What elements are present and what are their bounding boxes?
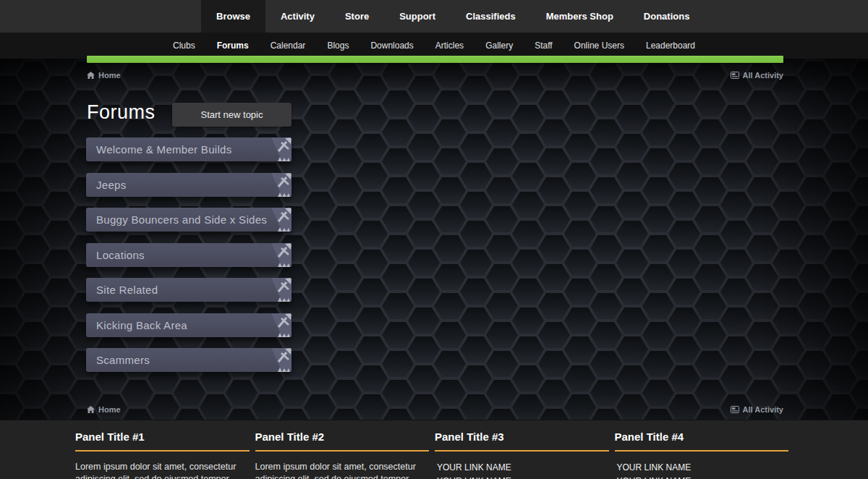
ad-banner-bar[interactable] [87, 56, 783, 63]
footer-link[interactable]: YOUR LINK NAME [615, 461, 789, 475]
hex-cell [434, 206, 466, 232]
hex-cell [330, 206, 362, 232]
hex-cell [590, 264, 622, 290]
hex-cell [746, 235, 778, 261]
hex-cell [512, 336, 544, 363]
hex-cell [851, 119, 868, 145]
nav-tab-classifieds[interactable]: Classifieds [451, 0, 531, 33]
subnav-forums[interactable]: Forums [206, 41, 260, 51]
nav-tab-members-shop[interactable]: Members Shop [531, 0, 629, 33]
category-welcome-member-builds[interactable]: Welcome & Member Builds [86, 137, 292, 161]
hex-cell [434, 235, 466, 261]
subnav-online-users[interactable]: Online Users [563, 41, 635, 51]
hex-cell [642, 264, 674, 290]
category-buggy-bouncers[interactable]: Buggy Bouncers and Side x Sides [86, 208, 292, 232]
subnav-articles[interactable]: Articles [425, 41, 475, 51]
breadcrumb-home-link[interactable]: Home [87, 71, 121, 80]
nav-tab-browse[interactable]: Browse [201, 0, 265, 33]
subnav-calendar[interactable]: Calendar [260, 41, 317, 51]
hex-cell [773, 250, 804, 276]
breadcrumb: Home All Activity [87, 69, 783, 81]
hex-cell [460, 336, 492, 363]
start-new-topic-button[interactable]: Start new topic [172, 103, 292, 127]
hex-cell [408, 250, 440, 276]
hex-cell [486, 264, 518, 290]
hex-cell [799, 90, 830, 116]
category-kicking-back-area[interactable]: Kicking Back Area [86, 313, 292, 337]
hex-cell [330, 322, 362, 348]
all-activity-link[interactable]: All Activity [731, 71, 783, 80]
hex-cell [825, 365, 856, 391]
hex-cell [382, 322, 414, 348]
hex-cell [356, 365, 388, 391]
hex-cell [642, 380, 674, 406]
hex-cell [486, 293, 518, 319]
footer-link[interactable]: YOUR LINK NAME [615, 475, 789, 479]
hex-cell [773, 365, 804, 391]
hex-cell [616, 279, 648, 305]
hex-cell [720, 336, 752, 363]
hex-cell [720, 365, 752, 391]
hex-cell [851, 351, 868, 377]
nav-tab-store[interactable]: Store [330, 0, 384, 33]
category-jeeps[interactable]: Jeeps [86, 173, 292, 197]
subnav-gallery[interactable]: Gallery [475, 41, 524, 51]
hex-cell [486, 177, 518, 203]
hex-cell [538, 351, 570, 377]
newspaper-icon [731, 72, 739, 79]
panel-title: Panel Title #4 [615, 430, 789, 444]
hex-cell [799, 119, 830, 145]
breadcrumb-bottom: Home All Activity [87, 404, 783, 415]
hex-cell [486, 351, 518, 377]
hex-cell [17, 235, 49, 261]
subnav-blogs[interactable]: Blogs [316, 41, 359, 51]
subnav-clubs[interactable]: Clubs [162, 41, 206, 51]
hex-cell [512, 221, 544, 247]
hex-cell [0, 394, 23, 420]
hex-cell [512, 163, 544, 189]
hex-cell [304, 279, 336, 305]
subnav-leaderboard[interactable]: Leaderboard [635, 41, 706, 51]
all-activity-link[interactable]: All Activity [731, 405, 783, 414]
jeep-crawler-icon [260, 208, 292, 232]
hex-cell [825, 59, 856, 73]
hex-cell [851, 62, 868, 88]
subnav-staff[interactable]: Staff [524, 41, 563, 51]
hex-cell [538, 90, 570, 116]
jeep-crawler-icon [260, 137, 292, 161]
hex-cell [616, 250, 648, 276]
hex-cell [694, 177, 726, 203]
category-label: Jeeps [96, 173, 127, 197]
hex-cell [746, 177, 778, 203]
hex-cell [799, 409, 830, 420]
hex-cell [304, 308, 336, 334]
breadcrumb-home-link[interactable]: Home [87, 405, 121, 414]
newspaper-icon [731, 406, 739, 413]
category-locations[interactable]: Locations [86, 243, 292, 267]
hex-cell [799, 351, 830, 377]
footer-panel-1: Panel Title #1 Lorem ipsum dolor sit ame… [75, 430, 250, 479]
category-scammers[interactable]: Scammers [86, 348, 292, 372]
hex-cell [330, 148, 362, 174]
hex-cell [746, 293, 778, 319]
hex-cell [590, 235, 622, 261]
hex-cell [512, 192, 544, 218]
hex-cell [486, 119, 518, 145]
hex-cell [825, 308, 856, 334]
subnav-downloads[interactable]: Downloads [359, 41, 424, 51]
hex-cell [825, 134, 856, 160]
hex-cell [799, 380, 830, 406]
hex-cell [851, 293, 868, 319]
hex-cell [0, 250, 23, 276]
footer-link[interactable]: YOUR LINK NAME [435, 475, 609, 479]
hex-cell [799, 206, 830, 232]
hex-cell [642, 90, 674, 116]
category-site-related[interactable]: Site Related [86, 278, 292, 302]
nav-tab-donations[interactable]: Donations [629, 0, 705, 33]
hex-cell [226, 380, 258, 406]
footer-link[interactable]: YOUR LINK NAME [435, 461, 609, 475]
hex-cell [382, 264, 414, 290]
nav-tab-activity[interactable]: Activity [265, 0, 330, 33]
hex-cell [851, 235, 868, 261]
nav-tab-support[interactable]: Support [384, 0, 451, 33]
